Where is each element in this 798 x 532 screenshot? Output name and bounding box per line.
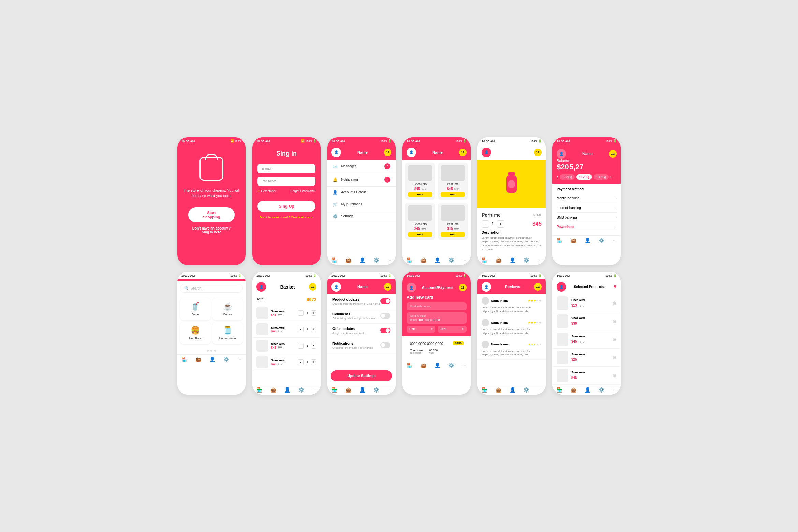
nav-shop-icon[interactable]: 🏪 [557,238,562,243]
nav-dots-icon[interactable]: ··· [612,238,617,243]
notifications-toggle[interactable] [380,342,390,348]
nav-bag-icon[interactable]: 👜 [496,387,501,393]
delete-button[interactable]: 🗑 [612,337,617,342]
nav-dots-icon[interactable]: ··· [387,257,391,263]
nav-user-icon[interactable]: 👤 [585,387,590,393]
start-shopping-button[interactable]: Start Shopping [188,207,235,222]
nav-bag-icon[interactable]: 👜 [496,257,501,263]
qty-increase-button[interactable]: + [311,327,316,332]
nav-shop-icon[interactable]: 🏪 [407,257,412,263]
email-field[interactable]: E-mail [257,164,315,173]
mobile-banking-option[interactable]: Mobile banking › [557,194,617,203]
prev-date-button[interactable]: ‹ [557,175,558,179]
delete-button[interactable]: 🗑 [612,319,617,324]
menu-accounts[interactable]: 👤 Accounts Details [327,187,396,198]
nav-dots-icon[interactable]: ··· [312,387,316,393]
year-select[interactable]: Year ▾ [438,326,467,332]
nav-user-icon[interactable]: 👤 [359,387,365,393]
nav-gear-icon[interactable]: ⚙️ [598,238,604,243]
category-honeywater[interactable]: 🫙 Honey water [212,322,243,344]
signup-button[interactable]: Sing Up [257,201,315,212]
nav-shop-icon[interactable]: 🏪 [181,357,187,362]
nav-user-icon[interactable]: 👤 [209,357,215,362]
signin-here-link[interactable]: Sing in here [202,230,221,234]
menu-purchases[interactable]: 🛒 My purchases [327,198,396,210]
cart-badge[interactable]: 12 [534,283,542,291]
cart-badge[interactable]: 12 [309,283,316,291]
nav-gear-icon[interactable]: ⚙️ [523,387,529,393]
nav-user-icon[interactable]: 👤 [509,387,515,393]
qty-decrease-button[interactable]: - [298,359,304,365]
qty-decrease-button[interactable]: - [482,220,489,228]
cart-badge[interactable]: 12 [459,284,467,291]
nav-dots-icon[interactable]: ··· [462,257,467,263]
category-juice[interactable]: 🥤 Juice [180,298,211,320]
qty-decrease-button[interactable]: - [298,327,304,332]
nav-gear-icon[interactable]: ⚙️ [298,387,304,393]
nav-bag-icon[interactable]: 👜 [420,363,426,368]
nav-user-icon[interactable]: 👤 [509,257,515,263]
nav-user-icon[interactable]: 👤 [434,257,440,263]
qty-increase-button[interactable]: + [497,220,504,228]
buy-button[interactable]: BUY [441,192,465,197]
nav-gear-icon[interactable]: ⚙️ [448,363,454,368]
date-chip-2[interactable]: 18 Aug [576,174,592,180]
delete-button[interactable]: 🗑 [612,301,617,306]
delete-button[interactable]: 🗑 [612,355,617,360]
nav-dots-icon[interactable]: ··· [237,357,241,362]
date-select[interactable]: Date ▾ [407,326,435,332]
delete-button[interactable]: 🗑 [612,373,617,378]
password-field[interactable]: Password [257,177,315,186]
qty-decrease-button[interactable]: - [298,343,304,349]
nav-dots-icon[interactable]: ··· [537,257,542,263]
cart-badge[interactable]: 12 [459,149,467,156]
menu-notification[interactable]: 🔔 Notification 5 [327,173,396,187]
create-account-link[interactable]: Create Account [291,216,313,219]
category-coffee[interactable]: ☕ Coffee [212,298,243,320]
card-number-field[interactable]: Card number 0000 0000 0000 0000 [407,312,467,324]
sms-banking-option[interactable]: SMS banking › [557,213,617,222]
nav-bag-icon[interactable]: 👜 [345,387,351,393]
nav-gear-icon[interactable]: ⚙️ [523,257,529,263]
buy-button[interactable]: BUY [441,232,465,237]
nav-shop-icon[interactable]: 🏪 [256,387,262,393]
forgot-password-link[interactable]: Forget Password? [291,189,315,193]
internet-banking-option[interactable]: Internet banking › [557,203,617,213]
nav-bag-icon[interactable]: 👜 [345,257,351,263]
menu-settings[interactable]: ⚙️ Settings [327,210,396,222]
next-date-button[interactable]: › [610,175,612,179]
date-chip-1[interactable]: 17 Aug [560,174,575,180]
nav-dots-icon[interactable]: ··· [387,387,391,393]
nav-gear-icon[interactable]: ⚙️ [448,257,454,263]
cart-badge[interactable]: 12 [384,283,391,291]
nav-shop-icon[interactable]: 🏪 [557,387,562,393]
nav-shop-icon[interactable]: 🏪 [407,363,412,368]
menu-messages[interactable]: ✉️ Messages 3 [327,160,396,173]
cardholder-field[interactable]: Cardholder name [407,302,467,310]
nav-dots-icon[interactable]: ··· [462,363,467,368]
date-chip-3[interactable]: 19 Aug [594,174,609,180]
nav-bag-icon[interactable]: 👜 [571,238,576,243]
cart-badge[interactable]: 12 [384,149,391,156]
nav-user-icon[interactable]: 👤 [434,363,440,368]
qty-increase-button[interactable]: + [311,310,316,316]
nav-dots-icon[interactable]: ··· [612,387,617,393]
nav-bag-icon[interactable]: 👜 [270,387,276,393]
nav-gear-icon[interactable]: ⚙️ [373,387,379,393]
nav-gear-icon[interactable]: ⚙️ [598,387,604,393]
nav-bag-icon[interactable]: 👜 [571,387,576,393]
nav-shop-icon[interactable]: 🏪 [482,257,487,263]
update-settings-button[interactable]: Update Settings [331,370,392,381]
offer-updates-toggle[interactable] [380,328,390,333]
cart-badge[interactable]: 12 [609,150,617,158]
category-fastfood[interactable]: 🍔 Fast Food [180,322,211,344]
pawnshop-option[interactable]: Pawnshop › [557,222,617,232]
nav-shop-icon[interactable]: 🏪 [331,257,337,263]
nav-gear-icon[interactable]: ⚙️ [223,357,229,362]
nav-shop-icon[interactable]: 🏪 [331,387,337,393]
product-updates-toggle[interactable] [380,298,390,304]
nav-bag-icon[interactable]: 👜 [420,257,426,263]
nav-user-icon[interactable]: 👤 [585,238,590,243]
qty-increase-button[interactable]: + [311,343,316,349]
qty-increase-button[interactable]: + [311,359,316,365]
